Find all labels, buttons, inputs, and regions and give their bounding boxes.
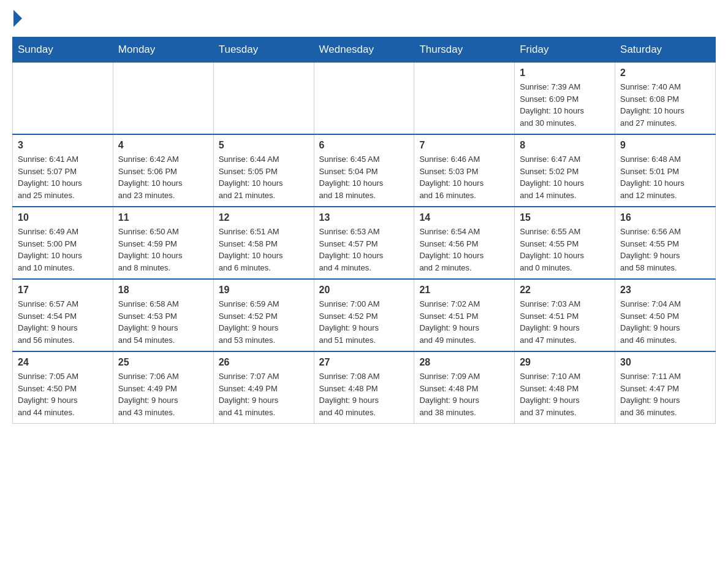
calendar-cell: 7Sunrise: 6:46 AM Sunset: 5:03 PM Daylig… [414,134,515,207]
calendar-cell: 14Sunrise: 6:54 AM Sunset: 4:56 PM Dayli… [414,207,515,279]
day-info: Sunrise: 7:07 AM Sunset: 4:49 PM Dayligh… [219,370,309,418]
calendar-cell [414,63,515,135]
calendar-cell [13,63,113,135]
calendar-cell: 10Sunrise: 6:49 AM Sunset: 5:00 PM Dayli… [13,207,113,279]
day-info: Sunrise: 7:11 AM Sunset: 4:47 PM Dayligh… [620,370,710,418]
day-info: Sunrise: 6:46 AM Sunset: 5:03 PM Dayligh… [419,153,509,201]
day-number: 11 [118,212,208,223]
day-info: Sunrise: 6:50 AM Sunset: 4:59 PM Dayligh… [118,226,208,274]
calendar-cell: 19Sunrise: 6:59 AM Sunset: 4:52 PM Dayli… [213,279,314,351]
calendar-cell: 22Sunrise: 7:03 AM Sunset: 4:51 PM Dayli… [515,279,615,351]
calendar-week-row: 24Sunrise: 7:05 AM Sunset: 4:50 PM Dayli… [13,351,716,424]
day-info: Sunrise: 7:02 AM Sunset: 4:51 PM Dayligh… [419,298,509,346]
calendar-cell: 17Sunrise: 6:57 AM Sunset: 4:54 PM Dayli… [13,279,113,351]
day-number: 17 [18,285,108,296]
day-number: 14 [419,212,509,223]
day-number: 8 [520,140,610,151]
day-number: 23 [620,285,710,296]
calendar-cell: 13Sunrise: 6:53 AM Sunset: 4:57 PM Dayli… [314,207,414,279]
day-number: 27 [319,357,409,368]
calendar-cell: 23Sunrise: 7:04 AM Sunset: 4:50 PM Dayli… [615,279,716,351]
day-number: 19 [219,285,309,296]
calendar-cell: 28Sunrise: 7:09 AM Sunset: 4:48 PM Dayli… [414,351,515,424]
day-info: Sunrise: 6:57 AM Sunset: 4:54 PM Dayligh… [18,298,108,346]
day-info: Sunrise: 6:54 AM Sunset: 4:56 PM Dayligh… [419,226,509,274]
day-info: Sunrise: 7:00 AM Sunset: 4:52 PM Dayligh… [319,298,409,346]
day-info: Sunrise: 6:53 AM Sunset: 4:57 PM Dayligh… [319,226,409,274]
day-info: Sunrise: 7:04 AM Sunset: 4:50 PM Dayligh… [620,298,710,346]
day-info: Sunrise: 6:49 AM Sunset: 5:00 PM Dayligh… [18,226,108,274]
day-number: 21 [419,285,509,296]
day-number: 4 [118,140,208,151]
day-number: 5 [219,140,309,151]
calendar-cell: 1Sunrise: 7:39 AM Sunset: 6:09 PM Daylig… [515,63,615,135]
day-number: 25 [118,357,208,368]
calendar-cell: 29Sunrise: 7:10 AM Sunset: 4:48 PM Dayli… [515,351,615,424]
weekday-header-tuesday: Tuesday [213,37,314,63]
day-info: Sunrise: 6:51 AM Sunset: 4:58 PM Dayligh… [219,226,309,274]
calendar-cell: 30Sunrise: 7:11 AM Sunset: 4:47 PM Dayli… [615,351,716,424]
calendar-cell: 8Sunrise: 6:47 AM Sunset: 5:02 PM Daylig… [515,134,615,207]
calendar-cell: 2Sunrise: 7:40 AM Sunset: 6:08 PM Daylig… [615,63,716,135]
calendar-cell: 11Sunrise: 6:50 AM Sunset: 4:59 PM Dayli… [113,207,213,279]
weekday-header-friday: Friday [515,37,615,63]
calendar-cell: 25Sunrise: 7:06 AM Sunset: 4:49 PM Dayli… [113,351,213,424]
calendar-week-row: 10Sunrise: 6:49 AM Sunset: 5:00 PM Dayli… [13,207,716,279]
day-number: 6 [319,140,409,151]
calendar-cell [213,63,314,135]
logo-arrow-icon [13,10,22,27]
day-number: 3 [18,140,108,151]
day-info: Sunrise: 7:06 AM Sunset: 4:49 PM Dayligh… [118,370,208,418]
calendar-cell: 9Sunrise: 6:48 AM Sunset: 5:01 PM Daylig… [615,134,716,207]
day-info: Sunrise: 7:05 AM Sunset: 4:50 PM Dayligh… [18,370,108,418]
day-info: Sunrise: 7:39 AM Sunset: 6:09 PM Dayligh… [520,81,610,129]
calendar-cell: 24Sunrise: 7:05 AM Sunset: 4:50 PM Dayli… [13,351,113,424]
calendar-cell: 3Sunrise: 6:41 AM Sunset: 5:07 PM Daylig… [13,134,113,207]
calendar-cell: 18Sunrise: 6:58 AM Sunset: 4:53 PM Dayli… [113,279,213,351]
day-number: 26 [219,357,309,368]
day-info: Sunrise: 7:09 AM Sunset: 4:48 PM Dayligh… [419,370,509,418]
day-info: Sunrise: 6:55 AM Sunset: 4:55 PM Dayligh… [520,226,610,274]
day-info: Sunrise: 6:59 AM Sunset: 4:52 PM Dayligh… [219,298,309,346]
calendar-cell: 4Sunrise: 6:42 AM Sunset: 5:06 PM Daylig… [113,134,213,207]
weekday-header-wednesday: Wednesday [314,37,414,63]
calendar-cell: 21Sunrise: 7:02 AM Sunset: 4:51 PM Dayli… [414,279,515,351]
day-info: Sunrise: 6:56 AM Sunset: 4:55 PM Dayligh… [620,226,710,274]
day-info: Sunrise: 7:08 AM Sunset: 4:48 PM Dayligh… [319,370,409,418]
page-header [12,12,716,25]
weekday-header-row: SundayMondayTuesdayWednesdayThursdayFrid… [13,37,716,63]
calendar-cell: 5Sunrise: 6:44 AM Sunset: 5:05 PM Daylig… [213,134,314,207]
day-info: Sunrise: 7:10 AM Sunset: 4:48 PM Dayligh… [520,370,610,418]
day-number: 30 [620,357,710,368]
day-number: 28 [419,357,509,368]
day-number: 9 [620,140,710,151]
day-number: 20 [319,285,409,296]
calendar-cell [314,63,414,135]
weekday-header-sunday: Sunday [13,37,113,63]
day-number: 29 [520,357,610,368]
calendar-cell: 15Sunrise: 6:55 AM Sunset: 4:55 PM Dayli… [515,207,615,279]
calendar-cell: 27Sunrise: 7:08 AM Sunset: 4:48 PM Dayli… [314,351,414,424]
weekday-header-saturday: Saturday [615,37,716,63]
day-number: 10 [18,212,108,223]
day-number: 2 [620,67,710,79]
weekday-header-thursday: Thursday [414,37,515,63]
day-info: Sunrise: 6:45 AM Sunset: 5:04 PM Dayligh… [319,153,409,201]
day-info: Sunrise: 6:58 AM Sunset: 4:53 PM Dayligh… [118,298,208,346]
day-number: 13 [319,212,409,223]
weekday-header-monday: Monday [113,37,213,63]
day-info: Sunrise: 7:03 AM Sunset: 4:51 PM Dayligh… [520,298,610,346]
day-number: 24 [18,357,108,368]
day-info: Sunrise: 6:48 AM Sunset: 5:01 PM Dayligh… [620,153,710,201]
day-number: 7 [419,140,509,151]
day-number: 18 [118,285,208,296]
day-info: Sunrise: 6:44 AM Sunset: 5:05 PM Dayligh… [219,153,309,201]
day-info: Sunrise: 6:42 AM Sunset: 5:06 PM Dayligh… [118,153,208,201]
day-info: Sunrise: 7:40 AM Sunset: 6:08 PM Dayligh… [620,81,710,129]
day-number: 12 [219,212,309,223]
day-info: Sunrise: 6:41 AM Sunset: 5:07 PM Dayligh… [18,153,108,201]
day-number: 22 [520,285,610,296]
calendar-cell [113,63,213,135]
logo [12,12,22,25]
day-number: 15 [520,212,610,223]
